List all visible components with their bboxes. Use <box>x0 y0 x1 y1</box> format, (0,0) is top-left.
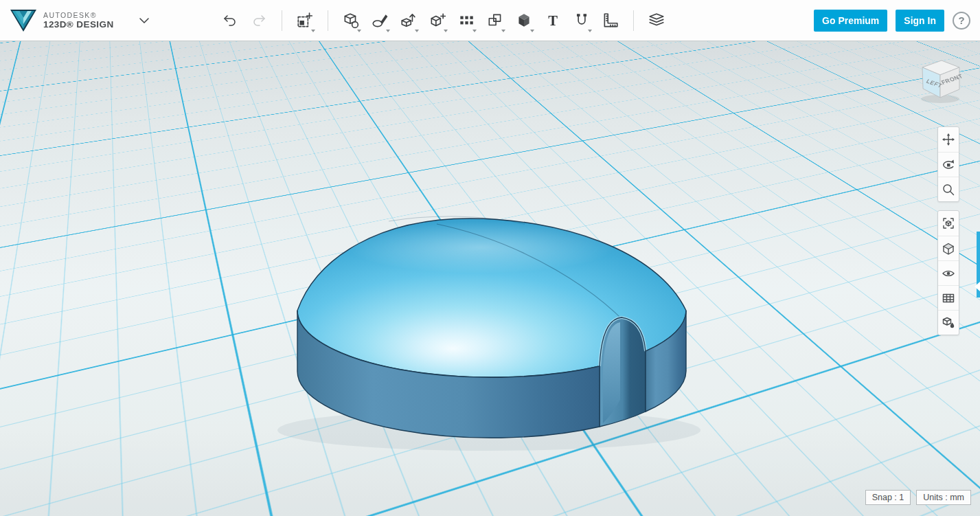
fit-view-icon[interactable] <box>938 211 959 236</box>
snap-icon[interactable] <box>571 8 593 34</box>
3d-viewport[interactable]: LEFT FRONT Snap <box>0 41 980 516</box>
app-menu-chevron-icon[interactable] <box>139 14 150 27</box>
primitives-dropdown-caret[interactable] <box>357 30 361 32</box>
sign-in-button[interactable]: Sign In <box>896 10 944 32</box>
brand-product: 123D® DESIGN <box>43 19 114 30</box>
grid-toggle-icon[interactable] <box>938 285 959 310</box>
primitives-icon[interactable] <box>340 8 362 34</box>
dome-sheen <box>347 221 615 273</box>
toolbar-separator <box>282 10 282 31</box>
sketch-icon[interactable] <box>369 8 391 34</box>
snap-setting[interactable]: Snap : 1 <box>865 490 911 505</box>
measure-icon[interactable] <box>600 8 622 34</box>
toolbar-separator <box>328 10 328 31</box>
zoom-icon[interactable] <box>938 177 959 201</box>
brand-autodesk: AUTODESK® <box>43 11 114 19</box>
toolbar-separator <box>633 10 634 31</box>
123d-logo-icon <box>10 8 37 33</box>
material-icon[interactable] <box>938 310 959 335</box>
modify-dropdown-caret[interactable] <box>444 30 448 32</box>
undo-icon[interactable] <box>219 8 241 34</box>
status-bar: Snap : 1 Units : mm <box>865 490 971 505</box>
text-tool-glyph: T <box>548 12 558 27</box>
dome-puck-model[interactable] <box>277 216 700 451</box>
pattern-dropdown-caret[interactable] <box>472 30 477 32</box>
sketch-dropdown-caret[interactable] <box>386 30 390 32</box>
panel-collapse-arrow-icon[interactable] <box>975 282 980 291</box>
redo-icon[interactable] <box>248 8 270 34</box>
text-tool-icon[interactable]: T <box>542 8 564 34</box>
grouping-icon[interactable] <box>484 8 506 34</box>
snap-dropdown-caret[interactable] <box>588 30 592 32</box>
transform-icon[interactable] <box>294 8 316 34</box>
go-premium-button[interactable]: Go Premium <box>814 10 887 32</box>
construct-dropdown-caret[interactable] <box>415 30 419 32</box>
combine-icon[interactable] <box>513 8 535 34</box>
grouping-dropdown-caret[interactable] <box>501 30 505 32</box>
transform-dropdown-caret[interactable] <box>311 30 315 32</box>
pattern-icon[interactable] <box>455 8 477 34</box>
visibility-icon[interactable] <box>938 260 959 285</box>
display-style-icon[interactable] <box>938 236 959 260</box>
app-toolbar: AUTODESK® 123D® DESIGN <box>0 0 980 41</box>
display-panel <box>937 210 959 335</box>
combine-dropdown-caret[interactable] <box>530 30 534 32</box>
construct-icon[interactable] <box>398 8 420 34</box>
help-button[interactable]: ? <box>953 12 970 30</box>
units-setting[interactable]: Units : mm <box>916 490 971 505</box>
orbit-icon[interactable] <box>938 152 959 177</box>
layers-icon[interactable] <box>646 8 668 34</box>
navigation-panel <box>937 126 959 202</box>
app-logo-block: AUTODESK® 123D® DESIGN <box>10 8 114 33</box>
model-canvas[interactable] <box>0 41 980 516</box>
modify-icon[interactable] <box>426 8 448 34</box>
view-cube[interactable]: LEFT FRONT <box>911 54 969 107</box>
pan-icon[interactable] <box>938 127 959 152</box>
main-tool-strip: T <box>216 8 671 34</box>
